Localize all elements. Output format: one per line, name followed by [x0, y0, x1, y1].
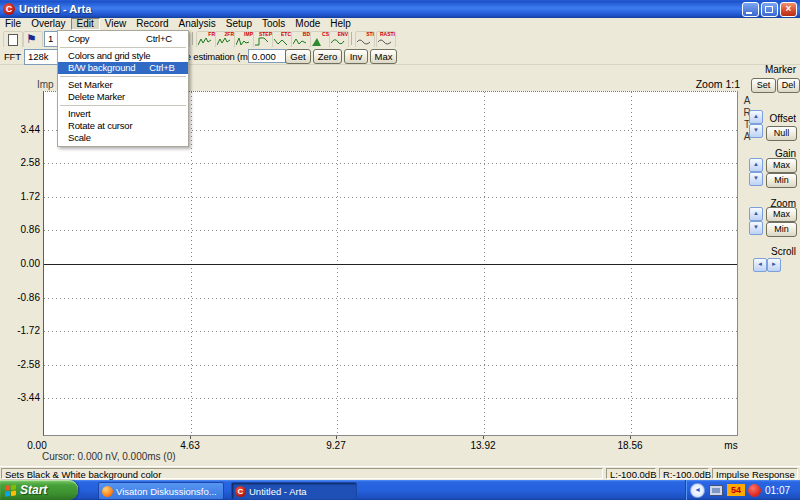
gridline-h — [44, 230, 737, 231]
menu-separator — [60, 105, 186, 106]
menu-item-scale[interactable]: Scale — [58, 132, 188, 144]
env-mode-button[interactable]: ENV — [329, 31, 349, 48]
temperature-badge[interactable]: 54 — [727, 484, 745, 496]
zoom-min-button[interactable]: Min — [766, 222, 797, 237]
close-icon: × — [781, 3, 796, 16]
cursor-readout: Cursor: 0.000 nV, 0.000ms (0) — [42, 451, 176, 462]
edit-dropdown-menu: Copy Ctrl+C Colors and grid style B/W ba… — [57, 30, 189, 147]
menu-item-shortcut: Ctrl+B — [149, 62, 182, 74]
status-bar: Sets Black & White background color L:-1… — [0, 466, 800, 481]
offset-down-button[interactable]: ▼ — [749, 124, 763, 138]
gain-down-button[interactable]: ▼ — [749, 172, 763, 186]
menu-item-bw-background-color[interactable]: B/W background color Ctrl+B — [58, 62, 188, 74]
zero-button[interactable]: Zero — [313, 49, 342, 64]
step-mode-button[interactable]: STEP — [253, 31, 273, 48]
menu-item-label: B/W background color — [68, 62, 149, 74]
antivirus-tray-icon[interactable] — [748, 484, 761, 497]
gain-up-button[interactable]: ▲ — [749, 158, 763, 172]
status-left-db: L:-100.0dB — [606, 468, 656, 479]
new-file-button[interactable] — [3, 31, 23, 48]
window-title: Untitled - Arta — [19, 3, 91, 15]
marker-del-button[interactable]: Del — [777, 78, 800, 93]
restore-icon — [765, 6, 773, 13]
phase-estimation-input[interactable]: 0.000 — [248, 49, 286, 63]
x-axis-unit-label: ms — [724, 440, 737, 451]
overlay-flag-button[interactable]: ⚑ — [23, 31, 43, 48]
status-right-db: R:-100.0dB — [659, 468, 709, 479]
menu-setup[interactable]: Setup — [221, 18, 257, 30]
x-axis-tick-label: 13.92 — [470, 440, 495, 451]
x-axis-tick — [190, 436, 191, 439]
offset-null-button[interactable]: Null — [766, 126, 797, 141]
y-axis-tick-label: 0.00 — [2, 258, 40, 269]
arta-watermark-letter: A — [742, 95, 752, 106]
taskbar: Start Visaton Diskussionsfo... C Untitle… — [0, 480, 800, 500]
minimize-button[interactable] — [742, 2, 759, 17]
arta-app-icon: C — [235, 486, 246, 497]
y-axis-tick-label: -3.44 — [2, 392, 40, 403]
max-button[interactable]: Max — [370, 49, 397, 64]
y-axis-tick-label: 3.44 — [2, 124, 40, 135]
scroll-right-button[interactable]: ► — [767, 258, 781, 272]
menu-item-label: Colors and grid style — [68, 50, 150, 62]
menu-record[interactable]: Record — [131, 18, 173, 30]
cs-mode-button[interactable]: CS — [310, 31, 330, 48]
menu-item-label: Set Marker — [68, 79, 112, 91]
etc-mode-button[interactable]: ETC — [272, 31, 292, 48]
curve-icon — [293, 37, 307, 46]
network-tray-icon[interactable] — [709, 485, 723, 496]
gain-min-button[interactable]: Min — [766, 173, 797, 188]
start-button[interactable]: Start — [0, 480, 78, 500]
menu-file[interactable]: File — [0, 18, 26, 30]
curve-icon — [357, 37, 371, 46]
offset-up-button[interactable]: ▲ — [749, 110, 763, 124]
menu-help[interactable]: Help — [325, 18, 356, 30]
curve-icon — [274, 37, 288, 46]
menu-item-colors-grid-style[interactable]: Colors and grid style — [58, 50, 188, 62]
zoom-ratio-label: Zoom 1:1 — [696, 78, 740, 90]
menu-item-shortcut: Ctrl+C — [146, 33, 182, 45]
gridline-h — [44, 331, 737, 332]
rasti-button[interactable]: RASTI — [376, 31, 396, 48]
get-button[interactable]: Get — [285, 49, 311, 64]
taskbar-button-browser[interactable]: Visaton Diskussionsfo... — [98, 482, 224, 500]
new-document-icon — [8, 34, 18, 46]
menu-item-label: Delete Marker — [68, 91, 125, 103]
firefox-icon — [102, 486, 113, 497]
inv-button[interactable]: Inv — [344, 49, 368, 64]
average-combo-value: 1 — [48, 33, 53, 44]
zoom-max-button[interactable]: Max — [766, 207, 797, 222]
hide-icons-chevron[interactable]: ◄ — [690, 483, 705, 498]
curve-icon — [198, 37, 212, 46]
fr2-mode-button[interactable]: 2FR — [215, 31, 235, 48]
marker-set-button[interactable]: Set — [751, 78, 776, 93]
menu-edit[interactable]: Edit — [71, 18, 100, 30]
zoom-down-button[interactable]: ▼ — [749, 221, 763, 235]
menu-mode[interactable]: Mode — [290, 18, 325, 30]
imp-mode-button[interactable]: IMP — [234, 31, 254, 48]
gain-max-button[interactable]: Max — [766, 158, 797, 173]
bd-mode-button[interactable]: BD — [291, 31, 311, 48]
windows-logo-icon — [5, 484, 17, 496]
menu-view[interactable]: View — [100, 18, 132, 30]
menu-analysis[interactable]: Analysis — [174, 18, 221, 30]
y-axis-tick-label: -2.58 — [2, 359, 40, 370]
close-button[interactable]: × — [780, 2, 797, 17]
menu-item-rotate-at-cursor[interactable]: Rotate at cursor — [58, 120, 188, 132]
gridline-h — [44, 163, 737, 164]
zoom-up-button[interactable]: ▲ — [749, 207, 763, 221]
offset-section-label: Offset — [736, 113, 796, 124]
gridline-h — [44, 398, 737, 399]
menu-item-set-marker[interactable]: Set Marker — [58, 79, 188, 91]
menu-tools[interactable]: Tools — [257, 18, 290, 30]
menu-overlay[interactable]: Overlay — [26, 18, 70, 30]
menu-item-invert[interactable]: Invert — [58, 108, 188, 120]
menu-item-delete-marker[interactable]: Delete Marker — [58, 91, 188, 103]
sti-button[interactable]: STI — [355, 31, 375, 48]
scroll-left-button[interactable]: ◄ — [753, 258, 767, 272]
menu-item-copy[interactable]: Copy Ctrl+C — [58, 33, 188, 45]
menu-item-label: Scale — [68, 132, 91, 144]
taskbar-button-arta[interactable]: C Untitled - Arta — [231, 482, 357, 500]
restore-button[interactable] — [761, 2, 778, 17]
fr-mode-button[interactable]: FR — [196, 31, 216, 48]
